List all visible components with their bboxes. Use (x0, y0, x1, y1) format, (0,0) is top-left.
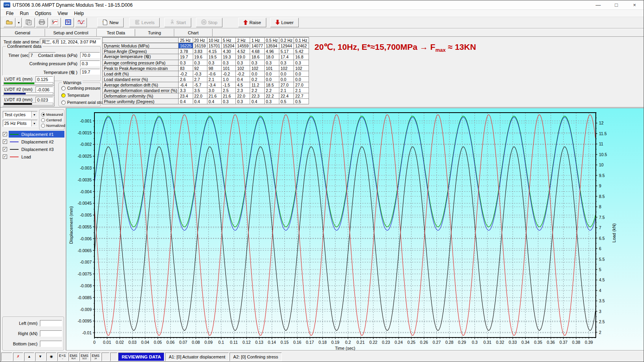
scale-field-input[interactable] (40, 330, 62, 337)
data-cell[interactable]: -3.4 (207, 82, 221, 88)
new-button[interactable]: New (97, 18, 124, 27)
chevron-down-icon[interactable]: ▼ (31, 111, 37, 118)
data-cell[interactable]: 19.6 (193, 54, 207, 60)
data-cell[interactable]: 21.6 (207, 93, 221, 99)
data-cell[interactable]: 22.0 (193, 93, 207, 99)
data-cell[interactable]: 2.5 (222, 88, 236, 93)
data-cell[interactable]: 5.17 (279, 49, 294, 54)
data-cell[interactable]: 22.3 (250, 93, 264, 99)
lvdt-value-field[interactable]: 0.023 (36, 97, 53, 103)
data-cell[interactable]: 19.5 (207, 54, 221, 60)
zero-gauge-icon[interactable]: ◉ (46, 353, 56, 361)
copy-button[interactable] (23, 18, 35, 27)
data-cell[interactable]: 0.3 (207, 60, 221, 66)
data-cell[interactable]: 92 (193, 66, 207, 71)
scale-field-input[interactable] (40, 341, 62, 347)
scale-field-input[interactable] (40, 320, 62, 326)
data-cell[interactable]: 11.2 (250, 82, 264, 88)
menu-run[interactable]: Run (17, 10, 32, 17)
data-cell[interactable]: 0.0 (294, 71, 309, 77)
trend-button[interactable] (49, 18, 61, 27)
checkbox-icon[interactable]: ✓ (3, 140, 7, 144)
print-button[interactable] (36, 18, 48, 27)
menu-help[interactable]: Help (71, 10, 87, 17)
data-cell[interactable]: 2.1 (294, 88, 309, 93)
lvdt-value-field[interactable]: -0.036 (36, 87, 53, 92)
data-cell[interactable]: 0.3 (222, 99, 236, 104)
data-cell[interactable]: 2.1 (207, 77, 221, 82)
data-cell[interactable]: -1.5 (222, 82, 236, 88)
menu-file[interactable]: File (3, 10, 17, 17)
data-cell[interactable]: -0.6 (207, 71, 221, 77)
data-cell[interactable]: 23.4 (179, 93, 193, 99)
checkbox-icon[interactable]: ✓ (3, 147, 7, 151)
data-grid-button[interactable] (62, 18, 74, 27)
data-cell[interactable]: 21.6 (222, 93, 236, 99)
data-cell[interactable]: -0.3 (193, 71, 207, 77)
legend-item-displacement1[interactable]: ✓Displacement #1 (2, 131, 64, 138)
data-cell[interactable]: 3.83 (193, 49, 207, 54)
close-button[interactable]: × (625, 0, 644, 9)
data-cell[interactable]: 0.0 (250, 71, 264, 77)
data-cell[interactable]: 2.2 (250, 88, 264, 93)
legend-item-load[interactable]: ✓Load (2, 153, 64, 160)
mode-radio-normalized[interactable]: Normalized (41, 123, 65, 128)
data-cell[interactable]: 4.96 (264, 49, 279, 54)
data-cell[interactable]: 0.5 (294, 99, 309, 104)
data-cell[interactable]: 0.3 (294, 60, 309, 66)
open-button[interactable] (4, 18, 15, 27)
lower-button[interactable]: Lower (270, 18, 299, 27)
data-cell[interactable]: 5.42 (294, 49, 309, 54)
data-cell[interactable]: -0.2 (236, 71, 250, 77)
data-cell[interactable]: -5.7 (193, 82, 207, 88)
data-cell[interactable]: 16.8 (294, 54, 309, 60)
data-cell[interactable]: 0.4 (236, 77, 250, 82)
data-cell[interactable]: 4.5 (236, 82, 250, 88)
data-cell[interactable]: 0.4 (250, 99, 264, 104)
scroll-up-icon[interactable]: ▲ (24, 353, 34, 361)
data-cell[interactable]: 18.5 (264, 82, 279, 88)
data-cell[interactable]: 0.3 (250, 60, 264, 66)
tab-setup-and-control[interactable]: Setup and Control (45, 29, 97, 36)
scroll-down-icon[interactable]: ▼ (35, 353, 45, 361)
data-cell[interactable]: 3.5 (193, 88, 207, 93)
data-cell[interactable]: 83 (179, 66, 193, 71)
data-cell[interactable]: 2.2 (264, 88, 279, 93)
data-cell[interactable]: 3.78 (179, 49, 193, 54)
legend-item-displacement2[interactable]: ✓Displacement #2 (2, 138, 64, 145)
data-cell[interactable]: 18.6 (250, 54, 264, 60)
delete-test-icon[interactable]: ✗ (13, 353, 23, 361)
data-cell[interactable]: 4.30 (222, 49, 236, 54)
ems-sco-icon[interactable]: EMSSCO (79, 353, 90, 361)
data-cell[interactable]: 22.0 (236, 93, 250, 99)
data-cell[interactable]: 0.3 (279, 60, 294, 66)
raise-button[interactable]: Raise (238, 18, 266, 27)
menu-view[interactable]: View (55, 10, 71, 17)
data-cell[interactable]: 0.0 (264, 71, 279, 77)
data-cell[interactable]: 22.4 (279, 93, 294, 99)
data-cell[interactable]: 4.68 (250, 49, 264, 54)
data-cell[interactable]: 0.4 (179, 99, 193, 104)
data-cell[interactable]: 13594 (264, 43, 279, 49)
data-cell[interactable]: 0.0 (279, 77, 294, 82)
data-cell[interactable]: 0.5 (279, 99, 294, 104)
waveform-button[interactable] (75, 18, 87, 27)
data-cell[interactable]: 102 (250, 66, 264, 71)
data-cell[interactable]: 102 (279, 66, 294, 71)
data-cell[interactable]: 101 (222, 66, 236, 71)
data-cell[interactable]: -6.4 (179, 82, 193, 88)
cycle-select[interactable]: Test cycles▼ (3, 111, 38, 118)
data-cell[interactable]: 0.0 (279, 71, 294, 77)
data-cell[interactable]: 4.15 (207, 49, 221, 54)
checkbox-icon[interactable]: ✓ (3, 132, 7, 136)
data-cell[interactable]: 3.3 (179, 88, 193, 93)
data-cell[interactable]: 19.7 (179, 54, 193, 60)
data-cell[interactable]: 22.7 (294, 93, 309, 99)
tab-general[interactable]: General (0, 29, 45, 36)
data-cell[interactable]: 0.3 (264, 99, 279, 104)
confinement-row-field[interactable]: 70.0 (80, 52, 100, 58)
data-cell[interactable]: 0.4 (207, 99, 221, 104)
tab-test-data[interactable]: Test Data (97, 29, 135, 36)
open-dropdown-button[interactable]: ▼ (16, 18, 22, 27)
mode-radio-measured[interactable]: Measured (41, 112, 63, 117)
